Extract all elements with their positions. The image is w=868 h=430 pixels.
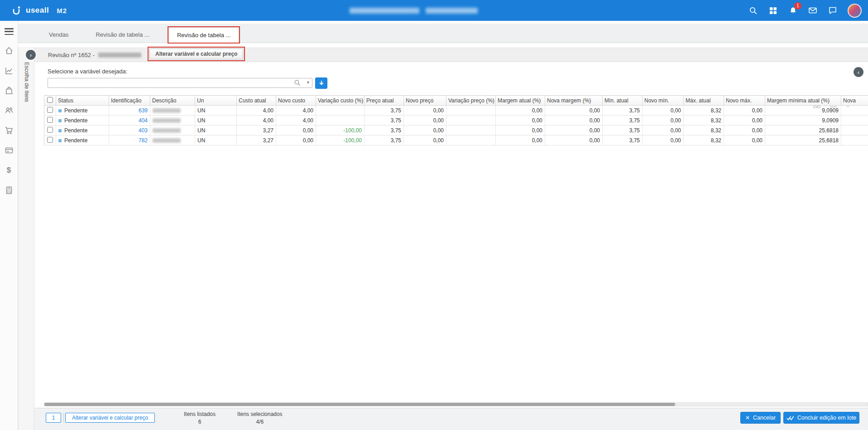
variable-search-input[interactable] — [48, 78, 312, 88]
column-header[interactable]: Status — [56, 96, 109, 106]
chart-icon[interactable] — [5, 66, 14, 75]
variacao_custo-cell — [316, 116, 364, 126]
annotation-highlight: Alterar variável e calcular preço — [148, 47, 245, 61]
calculator-icon[interactable] — [5, 186, 14, 195]
novo_max-cell: 0,00 — [724, 106, 765, 116]
table-row[interactable]: Pendente782UN3,270,00-100,003,750,000,00… — [44, 135, 868, 145]
redacted-revision-name — [98, 53, 141, 58]
preco_atual-cell: 3,75 — [364, 116, 404, 126]
avatar[interactable] — [848, 4, 862, 18]
variacao_preco-cell — [446, 135, 496, 145]
notifications-bell-icon[interactable]: 1 — [788, 5, 798, 15]
expand-panel-icon[interactable]: › — [26, 50, 36, 60]
card-icon[interactable] — [5, 146, 14, 155]
double-check-icon — [786, 415, 794, 421]
apply-variable-button[interactable] — [315, 77, 327, 89]
redacted-description — [153, 138, 181, 143]
description-cell — [150, 106, 195, 116]
close-icon: ✕ — [745, 415, 750, 421]
margem_atual-cell: 0,00 — [496, 135, 545, 145]
column-header[interactable]: Margem mínima atual (%) — [765, 96, 841, 106]
horizontal-scrollbar — [44, 402, 868, 406]
brand: useall M2 — [12, 0, 67, 21]
margem_atual-cell: 0,00 — [496, 126, 545, 135]
column-header[interactable]: Nova margem (%) — [545, 96, 603, 106]
custo_atual-cell: 4,00 — [237, 106, 276, 116]
table-row[interactable]: Pendente404UN4,004,003,750,000,000,003,7… — [44, 116, 868, 126]
min_atual-cell: 3,75 — [603, 106, 643, 116]
select-all-checkbox[interactable] — [47, 97, 53, 103]
header-checkbox-cell — [44, 96, 56, 106]
chevron-down-icon[interactable]: ▾ — [307, 80, 309, 85]
items-listed-value: 6 — [184, 419, 216, 425]
novo_preco-cell: 0,00 — [404, 135, 446, 145]
chat-icon[interactable] — [828, 5, 838, 15]
item-id-link[interactable]: 639 — [109, 106, 150, 116]
footer-alterar-variavel-button[interactable]: Alterar variável e calcular preço — [65, 413, 155, 423]
column-header[interactable]: Novo custo — [276, 96, 316, 106]
tab-revisao-1[interactable]: Revisão de tabela ... — [87, 27, 158, 43]
nova_margem-cell: 0,00 — [545, 116, 603, 126]
menu-icon[interactable] — [5, 28, 14, 35]
column-header[interactable]: Novo preço — [404, 96, 446, 106]
table-row[interactable]: Pendente403UN3,270,00-100,003,750,000,00… — [44, 126, 868, 135]
column-header[interactable]: Margem atual (%) — [496, 96, 545, 106]
novo_preco-cell: 0,00 — [404, 106, 446, 116]
scrollbar-thumb[interactable] — [44, 403, 675, 406]
row-checkbox[interactable] — [47, 107, 53, 113]
shopping-bag-icon[interactable] — [5, 86, 14, 95]
margem_atual-cell: 0,00 — [496, 106, 545, 116]
row-checkbox[interactable] — [47, 137, 53, 143]
min_atual-cell: 3,75 — [603, 126, 643, 135]
nova-cell — [841, 116, 868, 126]
confirm-label: Concluir edição em lote — [797, 415, 857, 421]
status-cell: Pendente — [56, 126, 109, 135]
column-header[interactable]: Preço atual — [364, 96, 404, 106]
column-header[interactable]: Descrição — [150, 96, 195, 106]
description-cell — [150, 116, 195, 126]
column-header[interactable]: Un — [195, 96, 237, 106]
items-selected-stat: Itens selecionados 4/6 — [237, 411, 282, 425]
status-dot-icon — [58, 139, 62, 142]
dollar-icon[interactable]: $ — [5, 166, 14, 175]
nova_margem-cell: 0,00 — [545, 126, 603, 135]
magnifier-icon[interactable] — [294, 79, 301, 86]
max_atual-cell: 8,32 — [684, 106, 724, 116]
column-header[interactable]: Identificação — [109, 96, 150, 106]
tab-revisao-2[interactable]: Revisão de tabela ... — [168, 27, 240, 43]
confirm-batch-button[interactable]: Concluir edição em lote — [783, 412, 859, 424]
redacted-description — [153, 128, 181, 133]
status-cell: Pendente — [56, 135, 109, 145]
row-checkbox[interactable] — [47, 127, 53, 133]
un-cell: UN — [195, 135, 237, 145]
column-header[interactable]: Variação preço (%) — [446, 96, 496, 106]
column-header[interactable]: Nova — [841, 96, 868, 106]
column-header[interactable]: Novo máx. — [724, 96, 765, 106]
apps-grid-icon[interactable] — [768, 5, 778, 15]
row-checkbox[interactable] — [47, 117, 53, 123]
novo_custo-cell: 0,00 — [276, 135, 316, 145]
search-icon[interactable] — [748, 5, 758, 15]
table-row[interactable]: Pendente639UN4,004,003,750,000,000,003,7… — [44, 106, 868, 116]
column-header[interactable]: Variação custo (%) — [316, 96, 364, 106]
column-header[interactable]: Máx. atual — [684, 96, 724, 106]
users-icon[interactable] — [5, 106, 14, 115]
cart-icon[interactable] — [5, 126, 14, 135]
tab-vendas[interactable]: Vendas — [41, 27, 77, 43]
alterar-variavel-button[interactable]: Alterar variável e calcular preço — [149, 48, 243, 59]
item-id-link[interactable]: 404 — [109, 116, 150, 126]
top-bar: useall M2 1 — [0, 0, 868, 21]
item-id-link[interactable]: 782 — [109, 135, 150, 145]
cancel-button[interactable]: ✕ Cancelar — [740, 412, 781, 424]
variacao_custo-cell: -100,00 — [316, 126, 364, 135]
margem_minima_atual-cell: 25,6818 — [765, 126, 841, 135]
item-id-link[interactable]: 403 — [109, 126, 150, 135]
home-icon[interactable] — [5, 46, 14, 55]
column-header[interactable]: Novo mín. — [643, 96, 684, 106]
mail-icon[interactable] — [808, 5, 818, 15]
sidebar: $ — [0, 21, 18, 430]
page-number-button[interactable]: 1 — [46, 413, 61, 423]
column-header[interactable]: Mín. atual — [603, 96, 643, 106]
collapse-panel-icon[interactable]: ‹ — [854, 67, 863, 77]
column-header[interactable]: Custo atual — [237, 96, 276, 106]
